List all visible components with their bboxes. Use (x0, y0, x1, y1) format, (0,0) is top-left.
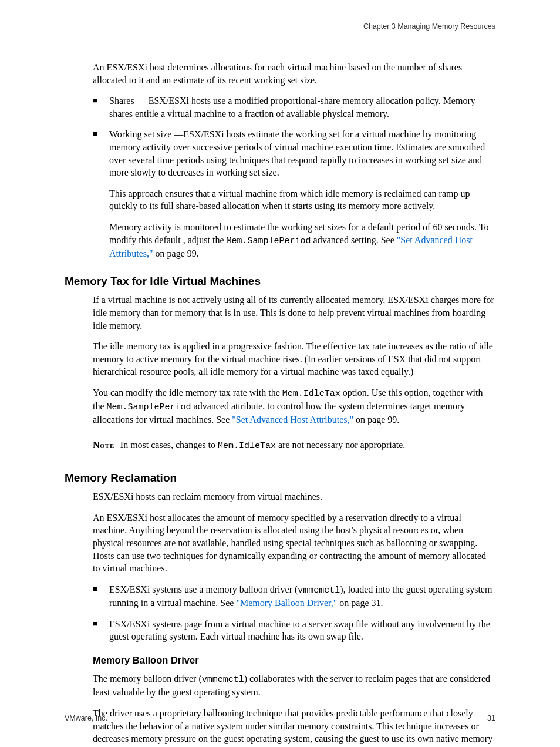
paragraph: You can modify the idle memory tax rate … (93, 386, 495, 426)
memory-tax-block: If a virtual machine is not actively usi… (93, 294, 495, 426)
paragraph: The driver uses a proprietary ballooning… (93, 707, 495, 747)
heading-memory-balloon-driver: Memory Balloon Driver (93, 654, 495, 667)
bullet-text: Shares — ESX/ESXi hosts use a modified p… (109, 95, 495, 120)
bullet-text: Memory activity is monitored to estimate… (109, 221, 495, 260)
page-header: Chapter 3 Managing Memory Resources (65, 22, 495, 31)
chapter-label: Chapter 3 Managing Memory Resources (363, 22, 495, 31)
code-inline: vmmemctl (202, 675, 244, 685)
page-container: Chapter 3 Managing Memory Resources An E… (0, 0, 560, 747)
list-item: ESX/ESXi systems page from a virtual mac… (93, 618, 495, 643)
list-item: ESX/ESXi systems use a memory balloon dr… (93, 583, 495, 610)
link-memory-balloon-driver[interactable]: "Memory Balloon Driver," (236, 598, 337, 608)
bullet-text: Working set size —ESX/ESXi hosts estimat… (109, 128, 495, 179)
code-inline: Mem.SamplePeriod (107, 402, 191, 412)
code-inline: Mem.SamplePeriod (227, 236, 311, 246)
code-inline: vmmemctl (298, 586, 340, 595)
footer-vendor: VMware, Inc. (65, 714, 107, 722)
note-label: Note (93, 440, 118, 450)
bullet-text: This approach ensures that a virtual mac… (109, 187, 495, 213)
bullet-text: ESX/ESXi systems page from a virtual mac… (109, 618, 495, 643)
heading-memory-reclamation: Memory Reclamation (65, 472, 495, 484)
note-block: Note In most cases, changes to Mem.IdleT… (93, 435, 495, 456)
paragraph: The idle memory tax is applied in a prog… (93, 340, 495, 378)
heading-memory-tax: Memory Tax for Idle Virtual Machines (65, 275, 495, 288)
page-footer: VMware, Inc. 31 (65, 714, 495, 722)
paragraph: If a virtual machine is not actively usi… (93, 294, 495, 332)
intro-bullet-list: Shares — ESX/ESXi hosts use a modified p… (93, 95, 495, 260)
intro-block: An ESX/ESXi host determines allocations … (93, 61, 495, 260)
footer-page-number: 31 (487, 714, 495, 722)
paragraph: The memory balloon driver (vmmemctl) col… (93, 672, 495, 699)
code-inline: Mem.IdleTax (282, 389, 340, 399)
paragraph: An ESX/ESXi host allocates the amount of… (93, 512, 495, 575)
list-item: Working set size —ESX/ESXi hosts estimat… (93, 128, 495, 260)
memory-reclamation-block: ESX/ESXi hosts can reclaim memory from v… (93, 490, 495, 747)
reclamation-bullet-list: ESX/ESXi systems use a memory balloon dr… (93, 583, 495, 643)
link-set-advanced-host-attributes[interactable]: "Set Advanced Host Attributes," (232, 415, 353, 425)
intro-paragraph: An ESX/ESXi host determines allocations … (93, 61, 495, 86)
list-item: Shares — ESX/ESXi hosts use a modified p… (93, 95, 495, 120)
paragraph: ESX/ESXi hosts can reclaim memory from v… (93, 490, 495, 503)
bullet-text: ESX/ESXi systems use a memory balloon dr… (109, 583, 495, 610)
code-inline: Mem.IdleTax (218, 441, 276, 451)
